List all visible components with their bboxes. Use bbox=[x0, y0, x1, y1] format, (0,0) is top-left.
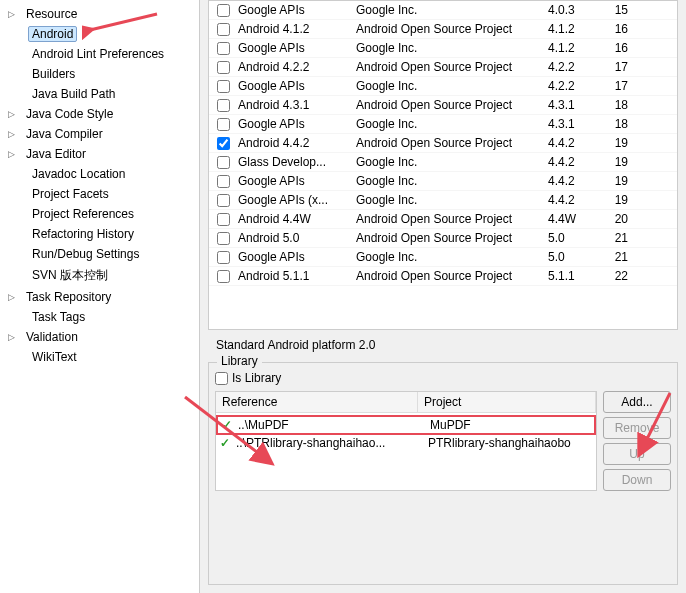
lib-header-project[interactable]: Project bbox=[418, 392, 596, 413]
target-checkbox[interactable] bbox=[217, 251, 230, 264]
target-checkbox[interactable] bbox=[217, 80, 230, 93]
tree-javadoc-location[interactable]: Javadoc Location bbox=[0, 164, 199, 184]
target-vendor: Google Inc. bbox=[356, 250, 548, 264]
target-api: 17 bbox=[606, 79, 636, 93]
target-api: 19 bbox=[606, 174, 636, 188]
target-checkbox[interactable] bbox=[217, 156, 230, 169]
target-version: 4.3.1 bbox=[548, 98, 606, 112]
target-row[interactable]: Google APIsGoogle Inc.4.2.217 bbox=[209, 77, 677, 96]
target-vendor: Android Open Source Project bbox=[356, 136, 548, 150]
target-name: Android 5.1.1 bbox=[238, 269, 356, 283]
tree-java-compiler[interactable]: ▷Java Compiler bbox=[0, 124, 199, 144]
target-vendor: Android Open Source Project bbox=[356, 22, 548, 36]
target-row[interactable]: Google APIsGoogle Inc.4.0.315 bbox=[209, 1, 677, 20]
preferences-tree[interactable]: ▷Resource Android Android Lint Preferenc… bbox=[0, 0, 200, 593]
tree-java-build-path[interactable]: Java Build Path bbox=[0, 84, 199, 104]
library-project: PTRlibrary-shanghaihaobo bbox=[428, 436, 592, 450]
target-api: 18 bbox=[606, 98, 636, 112]
target-row[interactable]: Android 5.1.1Android Open Source Project… bbox=[209, 267, 677, 286]
library-row[interactable]: ✓..\MuPDFMuPDF bbox=[216, 415, 596, 435]
tree-task-repository[interactable]: ▷Task Repository bbox=[0, 287, 199, 307]
target-row[interactable]: Android 4.3.1Android Open Source Project… bbox=[209, 96, 677, 115]
target-checkbox[interactable] bbox=[217, 61, 230, 74]
target-vendor: Android Open Source Project bbox=[356, 269, 548, 283]
tree-project-references[interactable]: Project References bbox=[0, 204, 199, 224]
target-row[interactable]: Android 4.1.2Android Open Source Project… bbox=[209, 20, 677, 39]
target-name: Android 4.1.2 bbox=[238, 22, 356, 36]
tree-label: Java Compiler bbox=[22, 126, 107, 142]
target-api: 15 bbox=[606, 3, 636, 17]
tree-label: Java Code Style bbox=[22, 106, 117, 122]
target-vendor: Google Inc. bbox=[356, 79, 548, 93]
target-version: 5.0 bbox=[548, 250, 606, 264]
tree-refactoring-history[interactable]: Refactoring History bbox=[0, 224, 199, 244]
tree-run-debug-settings[interactable]: Run/Debug Settings bbox=[0, 244, 199, 264]
tree-android[interactable]: Android bbox=[0, 24, 199, 44]
target-checkbox[interactable] bbox=[217, 175, 230, 188]
target-api: 18 bbox=[606, 117, 636, 131]
target-api: 19 bbox=[606, 136, 636, 150]
target-version: 4.1.2 bbox=[548, 41, 606, 55]
build-target-table[interactable]: Google APIsGoogle Inc.4.0.315Android 4.1… bbox=[208, 0, 678, 330]
target-row[interactable]: Android 4.2.2Android Open Source Project… bbox=[209, 58, 677, 77]
tree-label: Refactoring History bbox=[28, 226, 138, 242]
tree-java-code-style[interactable]: ▷Java Code Style bbox=[0, 104, 199, 124]
target-checkbox[interactable] bbox=[217, 232, 230, 245]
target-checkbox[interactable] bbox=[217, 118, 230, 131]
add-button[interactable]: Add... bbox=[603, 391, 671, 413]
tree-resource[interactable]: ▷Resource bbox=[0, 4, 199, 24]
library-reference-table[interactable]: Reference Project ✓..\MuPDFMuPDF✓..\PTRl… bbox=[215, 391, 597, 491]
platform-label: Standard Android platform 2.0 bbox=[208, 330, 678, 356]
target-api: 22 bbox=[606, 269, 636, 283]
target-vendor: Google Inc. bbox=[356, 193, 548, 207]
tree-task-tags[interactable]: Task Tags bbox=[0, 307, 199, 327]
target-api: 19 bbox=[606, 193, 636, 207]
tree-label: Project References bbox=[28, 206, 138, 222]
target-checkbox[interactable] bbox=[217, 194, 230, 207]
tree-label: Java Editor bbox=[22, 146, 90, 162]
target-row[interactable]: Google APIs (x...Google Inc.4.4.219 bbox=[209, 191, 677, 210]
tree-svn[interactable]: SVN 版本控制 bbox=[0, 264, 199, 287]
remove-button[interactable]: Remove bbox=[603, 417, 671, 439]
library-row[interactable]: ✓..\PTRlibrary-shanghaihao...PTRlibrary-… bbox=[216, 435, 596, 451]
target-api: 16 bbox=[606, 22, 636, 36]
target-api: 20 bbox=[606, 212, 636, 226]
target-row[interactable]: Android 4.4.2Android Open Source Project… bbox=[209, 134, 677, 153]
lib-header-reference[interactable]: Reference bbox=[216, 392, 418, 413]
target-version: 4.0.3 bbox=[548, 3, 606, 17]
up-button[interactable]: Up bbox=[603, 443, 671, 465]
tree-label: SVN 版本控制 bbox=[28, 266, 112, 285]
tree-validation[interactable]: ▷Validation bbox=[0, 327, 199, 347]
target-name: Google APIs (x... bbox=[238, 193, 356, 207]
library-reference: ..\MuPDF bbox=[238, 418, 430, 432]
target-vendor: Google Inc. bbox=[356, 117, 548, 131]
target-row[interactable]: Google APIsGoogle Inc.4.3.118 bbox=[209, 115, 677, 134]
target-checkbox[interactable] bbox=[217, 99, 230, 112]
target-checkbox[interactable] bbox=[217, 137, 230, 150]
tree-wikitext[interactable]: WikiText bbox=[0, 347, 199, 367]
check-icon: ✓ bbox=[222, 418, 234, 432]
target-checkbox[interactable] bbox=[217, 270, 230, 283]
library-group: Library Is Library Reference Project ✓..… bbox=[208, 362, 678, 585]
target-row[interactable]: Google APIsGoogle Inc.4.1.216 bbox=[209, 39, 677, 58]
target-row[interactable]: Glass Develop...Google Inc.4.4.219 bbox=[209, 153, 677, 172]
tree-java-editor[interactable]: ▷Java Editor bbox=[0, 144, 199, 164]
target-checkbox[interactable] bbox=[217, 23, 230, 36]
tree-android-lint[interactable]: Android Lint Preferences bbox=[0, 44, 199, 64]
down-button[interactable]: Down bbox=[603, 469, 671, 491]
target-row[interactable]: Google APIsGoogle Inc.4.4.219 bbox=[209, 172, 677, 191]
chevron-right-icon: ▷ bbox=[8, 292, 22, 302]
target-version: 4.2.2 bbox=[548, 79, 606, 93]
target-checkbox[interactable] bbox=[217, 42, 230, 55]
target-row[interactable]: Android 4.4WAndroid Open Source Project4… bbox=[209, 210, 677, 229]
target-api: 21 bbox=[606, 231, 636, 245]
target-row[interactable]: Android 5.0Android Open Source Project5.… bbox=[209, 229, 677, 248]
tree-builders[interactable]: Builders bbox=[0, 64, 199, 84]
is-library-checkbox[interactable] bbox=[215, 372, 228, 385]
target-name: Google APIs bbox=[238, 117, 356, 131]
tree-project-facets[interactable]: Project Facets bbox=[0, 184, 199, 204]
target-checkbox[interactable] bbox=[217, 213, 230, 226]
target-row[interactable]: Google APIsGoogle Inc.5.021 bbox=[209, 248, 677, 267]
target-checkbox[interactable] bbox=[217, 4, 230, 17]
tree-label: Task Repository bbox=[22, 289, 115, 305]
